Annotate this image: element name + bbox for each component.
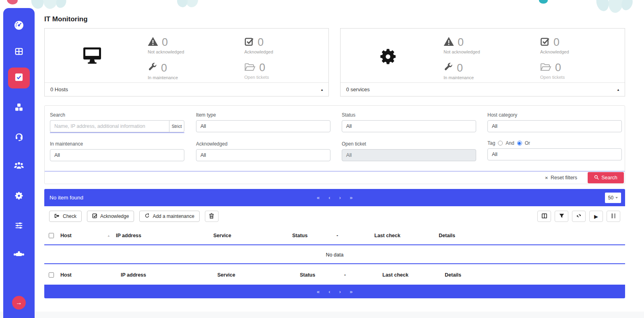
wrench-icon xyxy=(148,62,157,74)
check-square-icon xyxy=(92,213,97,220)
acknowledged-label: Acknowledged xyxy=(196,141,330,147)
page-next-button[interactable]: › xyxy=(339,289,341,295)
page-title: IT Monitoring xyxy=(44,15,88,23)
open-ticket-select: All xyxy=(342,149,476,161)
sidebar-expand-button[interactable]: → xyxy=(12,296,26,310)
acknowledge-button[interactable]: Acknowledge xyxy=(87,211,134,222)
stat-in-maintenance: 0 In maintenance xyxy=(148,62,178,80)
acknowledged-field: Acknowledged All xyxy=(196,141,330,161)
sidebar-item-settings[interactable] xyxy=(3,191,35,202)
acknowledged-select[interactable]: All xyxy=(196,149,330,161)
sidebar-item-plugins[interactable] xyxy=(3,251,35,260)
page-prev-button[interactable]: ‹ xyxy=(328,289,330,295)
decor-pink-logo xyxy=(7,0,18,4)
pagination-top: « ‹ › » xyxy=(317,195,353,201)
users-icon xyxy=(14,162,24,171)
gear-icon xyxy=(379,48,397,67)
collapse-caret-icon[interactable]: ▲ xyxy=(320,88,324,91)
search-icon xyxy=(594,175,599,181)
sidebar-item-modules[interactable] xyxy=(3,103,35,114)
column-header-details[interactable]: Details xyxy=(439,233,455,238)
column-header-service[interactable]: Service xyxy=(217,272,235,278)
reset-filters-button[interactable]: ✕Reset filters xyxy=(545,175,577,181)
filter-button[interactable] xyxy=(555,211,568,222)
column-header-host[interactable]: Host xyxy=(60,233,72,238)
pause-button xyxy=(607,211,620,222)
pause-icon xyxy=(611,213,616,220)
results-header-bar: No item found « ‹ › » 50 xyxy=(44,189,625,206)
stat-acknowledged: 0 Acknowledged xyxy=(244,37,273,54)
decor-leaf xyxy=(594,0,611,12)
refresh-button[interactable] xyxy=(572,211,586,222)
rotate-icon xyxy=(144,213,150,220)
page-prev-button[interactable]: ‹ xyxy=(328,195,330,201)
folder-open-icon xyxy=(244,63,256,73)
in-maintenance-select[interactable]: All xyxy=(50,149,184,161)
sidebar-item-users[interactable] xyxy=(3,162,35,171)
column-header-service[interactable]: Service xyxy=(213,233,231,238)
page-size-select[interactable]: 50 xyxy=(605,193,621,203)
page-last-button[interactable]: » xyxy=(350,289,353,295)
item-type-select[interactable]: All xyxy=(196,120,330,132)
sidebar-item-dashboard[interactable] xyxy=(3,20,35,32)
search-button[interactable]: Search xyxy=(588,172,624,183)
stat-acknowledged: 0 Acknowledged xyxy=(540,37,569,54)
check-button[interactable]: Check xyxy=(49,211,82,222)
sliders-icon xyxy=(14,221,24,232)
tag-or-radio[interactable] xyxy=(517,141,522,146)
select-all-checkbox[interactable] xyxy=(49,272,54,277)
column-header-status[interactable]: Status xyxy=(292,233,308,238)
stat-not-acknowledged: 0 Not acknowledged xyxy=(148,37,184,54)
column-header-last-check[interactable]: Last check xyxy=(382,272,409,278)
page-last-button[interactable]: » xyxy=(350,195,353,201)
sidebar-item-grid[interactable] xyxy=(3,47,35,57)
services-summary-card: 0 Not acknowledged 0 Acknowledged 0 In m… xyxy=(340,28,625,96)
sort-asc-icon[interactable]: ▲ xyxy=(107,234,110,237)
strict-toggle-button[interactable]: Strict xyxy=(169,120,184,132)
filter-panel: Search Strict Item type All Status All H… xyxy=(44,105,625,184)
page-first-button[interactable]: « xyxy=(317,289,320,295)
tag-select[interactable]: All xyxy=(487,148,622,160)
column-header-ip[interactable]: IP address xyxy=(116,233,141,238)
folder-open-icon xyxy=(540,63,551,73)
page-first-button[interactable]: « xyxy=(317,195,320,201)
columns-button[interactable] xyxy=(537,211,551,222)
column-header-host[interactable]: Host xyxy=(60,272,72,278)
column-header-ip[interactable]: IP address xyxy=(121,272,146,278)
refresh-icon xyxy=(576,213,582,220)
monitor-icon xyxy=(82,46,103,66)
search-focus-underline xyxy=(50,132,184,133)
decor-leaf xyxy=(43,0,58,10)
add-maintenance-button[interactable]: Add a maintenance xyxy=(139,211,199,222)
status-select[interactable]: All xyxy=(342,120,476,132)
column-header-details[interactable]: Details xyxy=(445,272,461,278)
play-icon: ▶ xyxy=(594,213,598,220)
play-button[interactable]: ▶ xyxy=(589,211,603,222)
sidebar-item-preferences[interactable] xyxy=(3,221,35,232)
search-field: Search Strict xyxy=(50,112,184,132)
sidebar-item-support[interactable] xyxy=(3,132,35,144)
cubes-icon xyxy=(14,103,24,114)
column-header-last-check[interactable]: Last check xyxy=(374,233,400,238)
in-maintenance-field: In maintenance All xyxy=(50,141,184,161)
column-header-status[interactable]: Status xyxy=(300,272,315,278)
decor-teal-dot xyxy=(539,0,548,4)
results-footer-bar: « ‹ › » xyxy=(44,285,625,298)
search-input[interactable] xyxy=(50,120,169,132)
collapse-caret-icon[interactable]: ▲ xyxy=(617,88,620,91)
open-ticket-label: Open ticket xyxy=(342,141,476,147)
plugin-icon xyxy=(14,251,24,260)
tag-and-radio[interactable] xyxy=(498,141,503,146)
services-count-label: 0 services xyxy=(346,86,370,92)
sidebar-item-monitoring-active[interactable] xyxy=(8,68,30,88)
column-header-dash: - xyxy=(336,233,338,238)
host-category-label: Host category xyxy=(487,112,622,118)
select-all-checkbox[interactable] xyxy=(49,233,54,238)
gear-icon xyxy=(14,191,23,202)
sidebar: → xyxy=(3,8,35,318)
delete-button[interactable] xyxy=(205,211,219,222)
check-square-icon xyxy=(540,37,550,48)
host-category-select[interactable]: All xyxy=(487,120,622,132)
page-next-button[interactable]: › xyxy=(339,195,341,201)
table-header-row: Host ▲ IP address Service Status - Last … xyxy=(44,226,625,245)
